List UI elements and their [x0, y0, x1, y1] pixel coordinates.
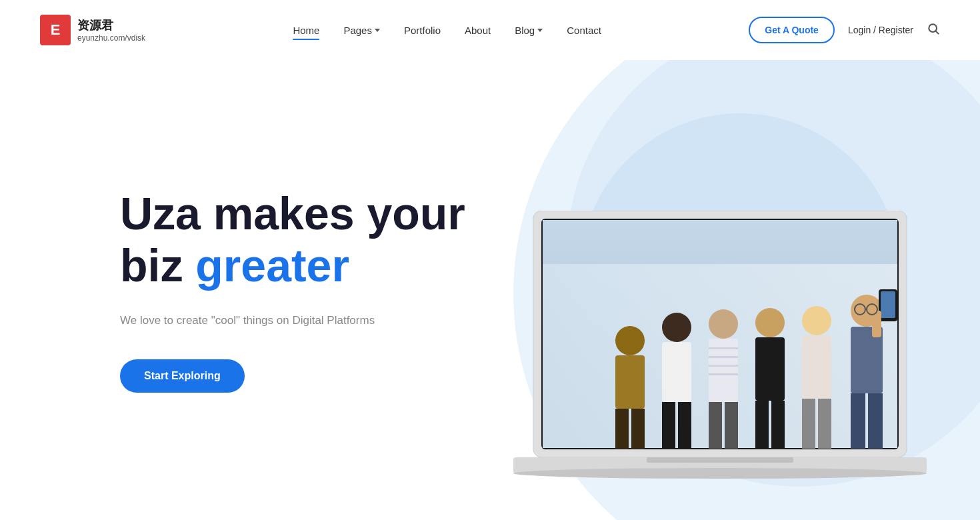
- laptop-frame: [513, 211, 927, 517]
- svg-rect-13: [662, 402, 675, 449]
- svg-rect-19: [709, 365, 738, 367]
- hero-image: [513, 211, 927, 520]
- nav-item-contact[interactable]: Contact: [567, 25, 601, 36]
- hero-title-line2-prefix: biz: [120, 240, 195, 291]
- svg-rect-29: [802, 399, 815, 449]
- logo-url: eyunzhu.com/vdisk: [77, 33, 145, 43]
- svg-rect-30: [818, 399, 831, 449]
- svg-rect-25: [755, 401, 769, 449]
- register-link[interactable]: Register: [879, 25, 913, 35]
- hero-content: Uza makes your biz greater We love to cr…: [0, 187, 465, 393]
- hero-title-line1: Uza makes your: [120, 188, 465, 239]
- search-icon[interactable]: [927, 22, 940, 39]
- header-right: Get A Quote Login / Register: [749, 17, 940, 43]
- svg-rect-14: [678, 402, 691, 449]
- hero-section: Uza makes your biz greater We love to cr…: [0, 60, 980, 520]
- logo-icon: E: [40, 15, 71, 45]
- pages-dropdown-icon: [375, 29, 380, 32]
- header: E 资源君 eyunzhu.com/vdisk Home Pages Portf…: [0, 0, 980, 60]
- hero-subtitle: We love to create "cool" things on Digit…: [120, 311, 465, 329]
- nav-item-portfolio[interactable]: Portfolio: [404, 25, 441, 36]
- nav-item-blog[interactable]: Blog: [515, 25, 543, 36]
- laptop-wrapper: [513, 211, 927, 520]
- blog-dropdown-icon: [537, 29, 543, 32]
- login-register[interactable]: Login / Register: [848, 25, 913, 35]
- svg-rect-21: [709, 402, 722, 449]
- start-exploring-button[interactable]: Start Exploring: [120, 359, 245, 393]
- divider: /: [873, 25, 879, 35]
- main-nav: Home Pages Portfolio About Blog Contact: [293, 25, 601, 36]
- svg-point-43: [513, 468, 927, 479]
- hero-title: Uza makes your biz greater: [120, 187, 465, 291]
- svg-point-11: [662, 313, 691, 342]
- logo[interactable]: E 资源君 eyunzhu.com/vdisk: [40, 15, 145, 45]
- svg-rect-17: [709, 347, 738, 349]
- svg-rect-37: [868, 393, 883, 449]
- svg-line-1: [936, 31, 939, 33]
- logo-name: 资源君: [77, 17, 145, 33]
- svg-rect-36: [851, 393, 865, 449]
- svg-rect-20: [709, 373, 738, 375]
- nav-item-pages[interactable]: Pages: [343, 25, 380, 36]
- svg-point-7: [615, 326, 645, 355]
- svg-point-27: [802, 306, 831, 335]
- svg-rect-24: [755, 337, 785, 401]
- svg-point-15: [709, 309, 738, 339]
- svg-rect-42: [647, 457, 793, 463]
- svg-rect-34: [881, 291, 895, 318]
- hero-title-highlight: greater: [195, 240, 349, 291]
- login-link[interactable]: Login: [848, 25, 871, 35]
- svg-point-23: [755, 308, 785, 337]
- svg-rect-8: [615, 355, 645, 409]
- svg-rect-9: [615, 409, 629, 449]
- get-quote-button[interactable]: Get A Quote: [749, 17, 835, 43]
- svg-rect-18: [709, 356, 738, 358]
- svg-rect-28: [802, 335, 831, 399]
- svg-rect-22: [725, 402, 738, 449]
- svg-rect-10: [631, 409, 645, 449]
- nav-item-home[interactable]: Home: [293, 25, 319, 36]
- nav-item-about[interactable]: About: [465, 25, 491, 36]
- svg-rect-12: [662, 342, 691, 402]
- logo-text: 资源君 eyunzhu.com/vdisk: [77, 17, 145, 43]
- svg-rect-26: [771, 401, 785, 449]
